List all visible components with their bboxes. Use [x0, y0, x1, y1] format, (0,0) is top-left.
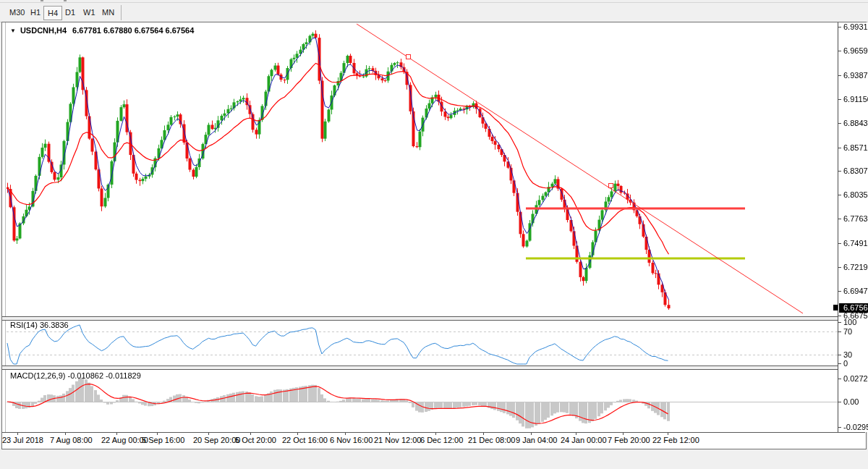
date-axis-tick [345, 433, 346, 435]
date-axis-tick [389, 433, 390, 435]
date-axis-label: 6 Nov 16:00 [330, 436, 373, 444]
macd-axis-label: 0.00 [843, 397, 859, 406]
axis-tick [838, 363, 841, 364]
date-axis-label: 21 Nov 12:00 [374, 436, 421, 444]
price-axis-label: 6.72190 [843, 263, 868, 271]
price-axis-label: 6.91150 [843, 95, 868, 103]
axis-tick [838, 171, 841, 172]
rsi-panel-canvas[interactable] [7, 319, 838, 366]
axis-tick [838, 51, 841, 51]
date-axis-tick [623, 433, 624, 435]
timeframe-button-w1[interactable]: W1 [80, 6, 99, 19]
axis-tick [838, 322, 841, 323]
axis-tick [838, 355, 841, 355]
rsi-indicator-label: RSI(14) 36.3836 [10, 321, 69, 329]
date-axis-tick [531, 433, 532, 435]
rsi-axis-label: 70 [843, 327, 852, 336]
symbol-dropdown-icon[interactable]: ▼ [10, 28, 16, 34]
rsi-axis-label: 0 [843, 359, 848, 368]
current-price-marker [833, 305, 838, 310]
date-axis-tick [576, 433, 576, 435]
date-axis-label: 21 Dec 08:00 [468, 436, 515, 444]
axis-tick [838, 99, 841, 100]
chart-title: ▼USDCNH,H46.67781 6.67880 6.67564 6.6756… [10, 26, 194, 35]
date-axis-tick [17, 433, 18, 435]
axis-tick [838, 427, 841, 428]
axis-tick [838, 75, 841, 76]
price-axis-label: 6.77630 [843, 214, 868, 223]
timeframe-button-h1[interactable]: H1 [27, 6, 44, 19]
date-axis-tick [668, 433, 668, 435]
date-axis-tick [157, 433, 158, 435]
date-axis-label: 24 Jan 00:00 [561, 436, 607, 444]
axis-tick [838, 402, 841, 402]
macd-indicator-label: MACD(12,26,9) -0.010862 -0.011829 [10, 371, 141, 380]
date-axis-tick [65, 433, 66, 435]
macd-axis-label: 0.027219 [843, 374, 868, 383]
axis-tick [838, 148, 841, 148]
date-axis-label: 6 Dec 12:00 [420, 436, 463, 444]
axis-tick [838, 331, 841, 332]
date-axis-tick [483, 433, 484, 435]
date-axis-label: 22 Oct 16:00 [282, 436, 328, 444]
price-axis[interactable]: 6.993106.965906.938706.911506.884306.857… [838, 22, 868, 432]
toolbar-separator [121, 5, 122, 20]
axis-tick [838, 27, 841, 28]
date-axis-label: 5 Oct 20:00 [235, 436, 276, 444]
price-axis-label: 6.93870 [843, 71, 868, 80]
macd-axis-label: -0.029558 [843, 423, 868, 431]
axis-tick [838, 267, 841, 268]
price-axis-label: 6.88430 [843, 119, 868, 127]
current-price-label: 6.67564 [839, 303, 868, 313]
date-axis-label: 22 Feb 12:00 [652, 436, 699, 444]
symbol-period-label: USDCNH,H4 [20, 26, 67, 35]
price-axis-label: 6.80350 [843, 190, 868, 199]
price-chart-canvas[interactable] [7, 22, 838, 316]
timeframe-button-h4[interactable]: H4 [43, 6, 62, 20]
timeframe-toolbar: M30H1H4D1W1MN [0, 3, 868, 22]
date-axis-label: 20 Sep 20:00 [193, 436, 240, 444]
edge-mark [41, 0, 43, 1]
date-axis-tick [250, 433, 251, 435]
date-axis-label: 7 Aug 08:00 [50, 436, 93, 444]
chart-window-inner-edge [5, 22, 6, 432]
ohlc-quotes: 6.67781 6.67880 6.67564 6.67564 [72, 26, 194, 35]
rsi-axis-label: 100 [843, 318, 856, 326]
rsi-axis-label: 30 [843, 350, 852, 359]
price-axis-label: 6.83070 [843, 166, 868, 175]
date-axis-tick [116, 433, 117, 435]
axis-tick [838, 316, 841, 316]
timeframe-button-mn[interactable]: MN [98, 6, 118, 19]
axis-tick [838, 379, 841, 379]
axis-tick [838, 123, 841, 124]
axis-tick [838, 219, 841, 219]
date-axis-tick [208, 433, 209, 435]
edge-mark [64, 0, 67, 1]
axis-tick [838, 291, 841, 292]
date-axis-label: 5 Sep 16:00 [142, 436, 184, 444]
price-axis-label: 6.69470 [843, 287, 868, 295]
axis-tick [838, 243, 841, 244]
date-axis[interactable]: 23 Jul 20187 Aug 08:0022 Aug 00:005 Sep … [2, 432, 865, 448]
date-axis-label: 23 Jul 2018 [2, 436, 43, 444]
timeframe-button-m30[interactable]: M30 [6, 6, 28, 19]
date-axis-label: 7 Feb 20:00 [608, 436, 650, 444]
price-axis-label: 6.99310 [843, 22, 868, 31]
axis-tick [838, 195, 841, 195]
price-axis-label: 6.96590 [843, 46, 868, 55]
timeframe-button-d1[interactable]: D1 [61, 6, 79, 19]
date-axis-tick [297, 433, 298, 435]
price-axis-label: 6.74910 [843, 239, 868, 248]
date-axis-tick [435, 433, 436, 435]
price-axis-label: 6.85710 [843, 143, 868, 152]
date-axis-label: 9 Jan 04:00 [516, 436, 558, 444]
